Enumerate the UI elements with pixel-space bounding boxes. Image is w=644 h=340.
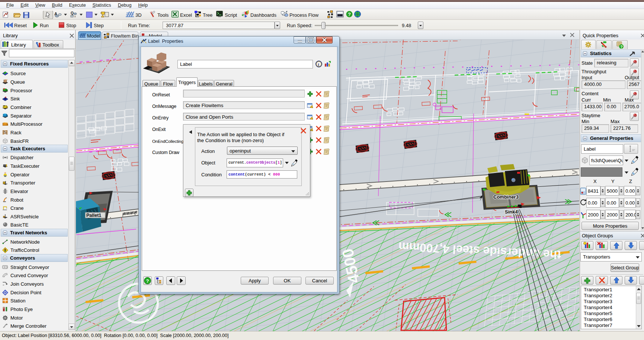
svg-text:Combiner3: Combiner3: [493, 194, 519, 200]
svg-text:Pallet1: Pallet1: [86, 213, 101, 218]
svg-text:?: ?: [621, 45, 623, 49]
svg-text:?: ?: [146, 278, 149, 284]
svg-text:Sink4: Sink4: [505, 209, 518, 215]
svg-text:Q: Q: [71, 11, 74, 15]
svg-text:?: ?: [348, 12, 351, 17]
